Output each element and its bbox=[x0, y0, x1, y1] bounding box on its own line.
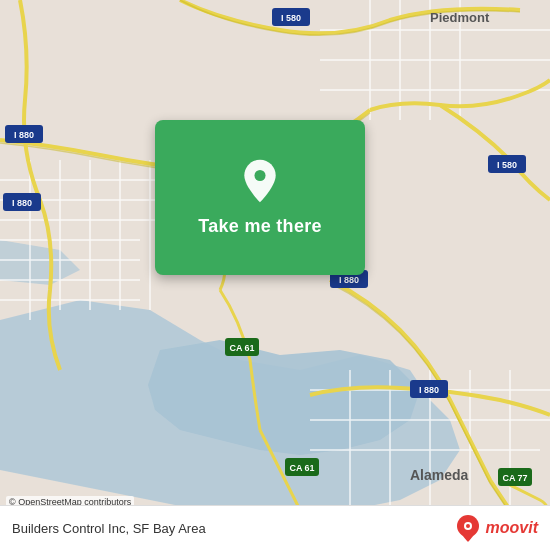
svg-text:Piedmont: Piedmont bbox=[430, 10, 490, 25]
moovit-brand-text: moovit bbox=[486, 519, 538, 537]
svg-point-56 bbox=[466, 524, 470, 528]
bottom-bar: Builders Control Inc, SF Bay Area moovit bbox=[0, 505, 550, 550]
svg-text:I 880: I 880 bbox=[12, 198, 32, 208]
moovit-brand-icon bbox=[454, 514, 482, 542]
svg-text:I 580: I 580 bbox=[497, 160, 517, 170]
svg-text:I 880: I 880 bbox=[14, 130, 34, 140]
svg-text:CA 77: CA 77 bbox=[502, 473, 527, 483]
svg-text:I 880: I 880 bbox=[419, 385, 439, 395]
bottom-bar-title: Builders Control Inc, SF Bay Area bbox=[12, 521, 206, 536]
moovit-logo: moovit bbox=[454, 514, 538, 542]
svg-text:I 880: I 880 bbox=[339, 275, 359, 285]
svg-text:I 580: I 580 bbox=[281, 13, 301, 23]
map-container: I 580 I 580 I 880 I 880 I 880 I 980 CA 6… bbox=[0, 0, 550, 550]
take-me-there-card[interactable]: Take me there bbox=[155, 120, 365, 275]
svg-point-53 bbox=[254, 170, 265, 181]
map-background: I 580 I 580 I 880 I 880 I 880 I 980 CA 6… bbox=[0, 0, 550, 550]
take-me-there-label: Take me there bbox=[198, 216, 322, 237]
svg-text:Alameda: Alameda bbox=[410, 467, 469, 483]
svg-text:CA 61: CA 61 bbox=[289, 463, 314, 473]
location-pin-icon bbox=[236, 158, 284, 206]
svg-text:CA 61: CA 61 bbox=[229, 343, 254, 353]
